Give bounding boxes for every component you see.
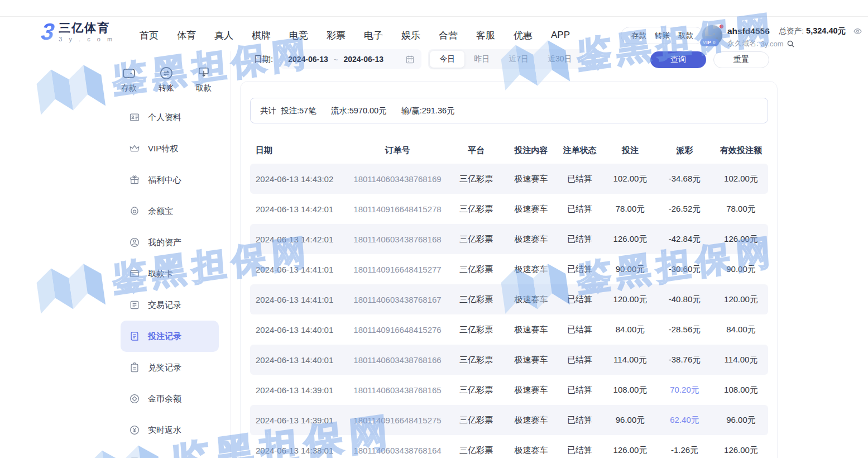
table-row: 2024-06-13 14:40:01 1801140603438768166 … xyxy=(250,345,768,375)
range-30days[interactable]: 近30日 xyxy=(538,51,582,68)
eye-icon[interactable] xyxy=(853,27,862,36)
quick-action-withdraw[interactable]: 取款 xyxy=(189,66,219,93)
nav-item-esports[interactable]: 电竞 xyxy=(289,29,308,42)
nav-item-entertainment[interactable]: 娱乐 xyxy=(401,29,420,42)
payout-cell: 62.40元 xyxy=(655,415,714,426)
yuebao-icon xyxy=(129,206,140,217)
payout-cell: -28.56元 xyxy=(655,325,714,335)
payout-cell: -26.52元 xyxy=(655,204,714,214)
logo-3-icon: 3 xyxy=(40,20,56,44)
range-yesterday[interactable]: 昨日 xyxy=(464,51,499,68)
username: ahsfd4556 xyxy=(727,26,770,36)
date-separator: ~ xyxy=(334,55,338,64)
nav-item-app[interactable]: APP xyxy=(551,30,570,41)
table-row: 2024-06-13 14:39:01 1801140916648415275 … xyxy=(250,405,768,435)
sidebar-menu: 个人资料 VIP特权 福利中心 余额宝 xyxy=(121,102,219,458)
sidebar-item-coin-balance[interactable]: 金币余额 xyxy=(121,383,219,414)
nav-item-chess[interactable]: 棋牌 xyxy=(252,29,271,42)
sidebar-item-bank-card[interactable]: 取款卡 xyxy=(121,258,219,289)
date-to: 2024-06-13 xyxy=(343,55,383,64)
my-assets-icon xyxy=(129,237,140,248)
nav-item-live[interactable]: 真人 xyxy=(214,29,233,42)
rebate-icon xyxy=(129,424,140,436)
date-label: 日期: xyxy=(254,54,273,65)
page: 3 三亿体育 3 y . c o m 首页 体育 真人 棋牌 电竞 彩票 电子 … xyxy=(0,0,868,458)
sidebar-item-rebate[interactable]: 实时返水 xyxy=(121,414,219,446)
date-from: 2024-06-13 xyxy=(288,55,328,64)
table-row: 2024-06-13 14:40:01 1801140916648415276 … xyxy=(250,314,768,345)
table-row: 2024-06-13 14:43:02 1801140603438768169 … xyxy=(250,164,768,194)
sidebar-item-redeem-records[interactable]: 兑奖记录 xyxy=(121,352,219,383)
domain-label: 永久域名: xyxy=(727,39,759,49)
summary-winloss: 输/赢:291.36元 xyxy=(401,106,455,116)
summary-bets: 投注:57笔 xyxy=(281,106,316,116)
withdraw-link[interactable]: 取款 xyxy=(678,31,693,41)
coin-icon xyxy=(129,393,140,404)
watermark-shield-icon xyxy=(33,256,109,327)
sidebar-item-profile[interactable]: 个人资料 xyxy=(121,102,219,133)
brand-name: 三亿体育 xyxy=(59,21,114,34)
search-button[interactable]: 查询 xyxy=(650,51,706,68)
avatar-wrap[interactable]: VIP 0 xyxy=(702,25,724,47)
top-strip xyxy=(0,0,868,17)
sidebar-item-assets[interactable]: 我的资产 xyxy=(121,227,219,258)
sidebar-item-bet-records[interactable]: 投注记录 xyxy=(121,321,219,352)
date-range-input[interactable]: 2024-06-13 ~ 2024-06-13 xyxy=(280,49,421,69)
calendar-icon xyxy=(405,55,415,64)
range-7days[interactable]: 近7日 xyxy=(499,51,538,68)
quick-action-transfer[interactable]: 转账 xyxy=(151,66,181,93)
payout-cell: -34.68元 xyxy=(655,174,714,184)
table-row: 2024-06-13 14:38:01 1801140603438768164 … xyxy=(250,435,768,458)
table-row: 2024-06-13 14:41:01 1801140603438768167 … xyxy=(250,284,768,314)
table-row: 2024-06-13 14:42:01 1801140603438768168 … xyxy=(250,224,768,254)
range-today[interactable]: 今日 xyxy=(430,51,464,68)
table-row: 2024-06-13 14:42:01 1801140916648415278 … xyxy=(250,194,768,224)
nav-item-lottery[interactable]: 彩票 xyxy=(327,29,346,42)
quick-range-group: 今日 昨日 近7日 近30日 xyxy=(428,49,583,69)
summary-bar: 共计 投注:57笔 流水:5970.00元 输/赢:291.36元 xyxy=(250,98,768,123)
header: 3 三亿体育 3 y . c o m 首页 体育 真人 棋牌 电竞 彩票 电子 … xyxy=(0,17,868,54)
assets-label: 总资产: xyxy=(779,26,804,36)
deposit-link[interactable]: 存款 xyxy=(631,31,646,41)
id-card-icon xyxy=(129,112,140,123)
nav-item-partner[interactable]: 合营 xyxy=(439,29,458,42)
notification-dot xyxy=(719,24,724,29)
nav-item-promo[interactable]: 优惠 xyxy=(514,29,533,42)
watermark-shield-icon xyxy=(33,57,109,128)
sidebar-item-vip[interactable]: VIP特权 xyxy=(121,133,219,164)
payout-cell: -30.60元 xyxy=(655,264,714,275)
vip-badge: VIP 0 xyxy=(700,39,719,46)
search-icon[interactable] xyxy=(787,40,795,48)
sidebar-item-transactions[interactable]: 交易记录 xyxy=(121,289,219,321)
assets-value: 5,324.40元 xyxy=(806,26,846,36)
bet-records-icon xyxy=(129,331,140,342)
table-header: 日期 订单号 平台 投注内容 注单状态 投注 派彩 有效投注额 xyxy=(250,137,768,164)
reset-button[interactable]: 重置 xyxy=(713,51,769,68)
gift-icon xyxy=(129,174,140,185)
transfer-icon xyxy=(159,66,174,80)
bet-records-table: 日期 订单号 平台 投注内容 注单状态 投注 派彩 有效投注额 2024-06-… xyxy=(250,137,768,458)
sidebar-quick-actions: 存款 转账 取款 xyxy=(114,66,219,93)
transfer-link[interactable]: 转账 xyxy=(655,31,670,41)
clipboard-icon xyxy=(129,362,140,373)
nav-item-service[interactable]: 客服 xyxy=(476,29,495,42)
wallet-icon xyxy=(122,66,136,80)
summary-turnover: 流水:5970.00元 xyxy=(331,106,387,116)
payout-cell: -42.84元 xyxy=(655,234,714,245)
content-card: 共计 投注:57笔 流水:5970.00元 输/赢:291.36元 日期 订单号… xyxy=(240,81,778,458)
nav-item-home[interactable]: 首页 xyxy=(140,29,159,42)
partial-icon xyxy=(129,456,140,458)
brand-logo[interactable]: 3 三亿体育 3 y . c o m xyxy=(41,20,115,44)
wallet-quick-links: 存款 转账 取款 xyxy=(621,27,704,44)
bank-card-icon xyxy=(129,268,140,279)
transaction-list-icon xyxy=(129,299,140,311)
nav-item-slots[interactable]: 电子 xyxy=(364,29,383,42)
sidebar-item-yuebao[interactable]: 余额宝 xyxy=(121,195,219,227)
payout-cell: -1.26元 xyxy=(655,445,714,456)
nav-item-sports[interactable]: 体育 xyxy=(177,29,196,42)
sidebar-item-partial[interactable] xyxy=(121,446,219,458)
table-row: 2024-06-13 14:39:01 1801140603438768165 … xyxy=(250,375,768,405)
user-info: ahsfd4556 总资产: 5,324.40元 永久域名: 3y.com xyxy=(727,26,862,49)
sidebar-item-welfare[interactable]: 福利中心 xyxy=(121,164,219,195)
quick-action-deposit[interactable]: 存款 xyxy=(114,66,144,93)
